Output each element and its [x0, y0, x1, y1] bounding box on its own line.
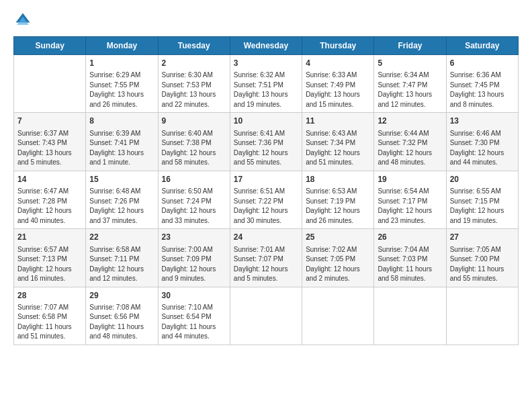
calendar-cell [230, 287, 302, 345]
day-number: 21 [17, 232, 82, 243]
cell-content: Sunrise: 6:41 AMSunset: 7:36 PMDaylight:… [234, 129, 298, 168]
calendar-cell: 29Sunrise: 7:08 AMSunset: 6:56 PMDayligh… [86, 287, 158, 345]
calendar-cell: 5Sunrise: 6:34 AMSunset: 7:47 PMDaylight… [374, 55, 446, 113]
cell-content: Sunrise: 7:08 AMSunset: 6:56 PMDaylight:… [89, 303, 154, 342]
cell-content: Sunrise: 6:55 AMSunset: 7:15 PMDaylight:… [450, 187, 515, 226]
calendar-cell: 2Sunrise: 6:30 AMSunset: 7:53 PMDaylight… [158, 55, 230, 113]
day-number: 8 [89, 116, 154, 127]
cell-content: Sunrise: 6:53 AMSunset: 7:19 PMDaylight:… [306, 187, 370, 226]
calendar-cell: 7Sunrise: 6:37 AMSunset: 7:43 PMDaylight… [14, 113, 86, 171]
calendar-cell: 4Sunrise: 6:33 AMSunset: 7:49 PMDaylight… [302, 55, 374, 113]
calendar-cell: 13Sunrise: 6:46 AMSunset: 7:30 PMDayligh… [446, 113, 518, 171]
day-number: 24 [234, 232, 298, 243]
day-number: 2 [162, 58, 226, 69]
header-saturday: Saturday [446, 37, 518, 55]
logo-icon [13, 11, 32, 30]
week-row-2: 7Sunrise: 6:37 AMSunset: 7:43 PMDaylight… [14, 113, 519, 171]
week-row-3: 14Sunrise: 6:47 AMSunset: 7:28 PMDayligh… [14, 171, 519, 228]
cell-content: Sunrise: 6:44 AMSunset: 7:32 PMDaylight:… [378, 129, 442, 168]
calendar-cell: 10Sunrise: 6:41 AMSunset: 7:36 PMDayligh… [230, 113, 302, 171]
calendar-cell [374, 287, 446, 345]
calendar-cell: 12Sunrise: 6:44 AMSunset: 7:32 PMDayligh… [374, 113, 446, 171]
calendar-cell: 21Sunrise: 6:57 AMSunset: 7:13 PMDayligh… [14, 229, 86, 287]
day-number: 10 [234, 116, 298, 127]
day-number: 6 [450, 58, 515, 69]
calendar-cell: 30Sunrise: 7:10 AMSunset: 6:54 PMDayligh… [158, 287, 230, 345]
cell-content: Sunrise: 7:10 AMSunset: 6:54 PMDaylight:… [162, 303, 226, 342]
cell-content: Sunrise: 6:58 AMSunset: 7:11 PMDaylight:… [89, 245, 154, 284]
calendar-cell: 22Sunrise: 6:58 AMSunset: 7:11 PMDayligh… [86, 229, 158, 287]
calendar-cell: 11Sunrise: 6:43 AMSunset: 7:34 PMDayligh… [302, 113, 374, 171]
header-thursday: Thursday [302, 37, 374, 55]
page-header [13, 11, 519, 30]
cell-content: Sunrise: 6:51 AMSunset: 7:22 PMDaylight:… [234, 187, 298, 226]
cell-content: Sunrise: 7:07 AMSunset: 6:58 PMDaylight:… [17, 303, 82, 342]
calendar-cell: 3Sunrise: 6:32 AMSunset: 7:51 PMDaylight… [230, 55, 302, 113]
day-number: 20 [450, 174, 515, 185]
day-number: 25 [306, 232, 370, 243]
logo [13, 11, 35, 30]
calendar-cell: 15Sunrise: 6:48 AMSunset: 7:26 PMDayligh… [86, 171, 158, 228]
cell-content: Sunrise: 6:47 AMSunset: 7:28 PMDaylight:… [17, 187, 82, 226]
day-number: 5 [378, 58, 442, 69]
cell-content: Sunrise: 6:30 AMSunset: 7:53 PMDaylight:… [162, 71, 226, 109]
header-friday: Friday [374, 37, 446, 55]
cell-content: Sunrise: 6:54 AMSunset: 7:17 PMDaylight:… [378, 187, 442, 226]
cell-content: Sunrise: 6:40 AMSunset: 7:38 PMDaylight:… [162, 129, 226, 168]
cell-content: Sunrise: 6:32 AMSunset: 7:51 PMDaylight:… [234, 71, 298, 109]
cell-content: Sunrise: 6:34 AMSunset: 7:47 PMDaylight:… [378, 71, 442, 109]
calendar-cell: 26Sunrise: 7:04 AMSunset: 7:03 PMDayligh… [374, 229, 446, 287]
day-number: 28 [17, 290, 82, 302]
day-number: 13 [450, 116, 515, 127]
day-number: 29 [89, 290, 154, 302]
cell-content: Sunrise: 6:50 AMSunset: 7:24 PMDaylight:… [162, 187, 226, 226]
day-number: 15 [89, 174, 154, 185]
calendar-cell: 1Sunrise: 6:29 AMSunset: 7:55 PMDaylight… [86, 55, 158, 113]
calendar-cell: 23Sunrise: 7:00 AMSunset: 7:09 PMDayligh… [158, 229, 230, 287]
header-monday: Monday [86, 37, 158, 55]
calendar-cell: 6Sunrise: 6:36 AMSunset: 7:45 PMDaylight… [446, 55, 518, 113]
calendar-cell: 25Sunrise: 7:02 AMSunset: 7:05 PMDayligh… [302, 229, 374, 287]
calendar-cell: 18Sunrise: 6:53 AMSunset: 7:19 PMDayligh… [302, 171, 374, 228]
calendar-cell [446, 287, 518, 345]
day-number: 4 [306, 58, 370, 69]
cell-content: Sunrise: 6:37 AMSunset: 7:43 PMDaylight:… [17, 129, 82, 168]
calendar-table: SundayMondayTuesdayWednesdayThursdayFrid… [13, 36, 519, 345]
cell-content: Sunrise: 6:29 AMSunset: 7:55 PMDaylight:… [89, 71, 154, 109]
calendar-cell [302, 287, 374, 345]
calendar-cell: 14Sunrise: 6:47 AMSunset: 7:28 PMDayligh… [14, 171, 86, 228]
day-number: 14 [17, 174, 82, 185]
day-number: 26 [378, 232, 442, 243]
cell-content: Sunrise: 6:39 AMSunset: 7:41 PMDaylight:… [89, 129, 154, 168]
cell-content: Sunrise: 6:48 AMSunset: 7:26 PMDaylight:… [89, 187, 154, 226]
calendar-cell: 20Sunrise: 6:55 AMSunset: 7:15 PMDayligh… [446, 171, 518, 228]
day-number: 16 [162, 174, 226, 185]
day-number: 12 [378, 116, 442, 127]
calendar-cell: 27Sunrise: 7:05 AMSunset: 7:00 PMDayligh… [446, 229, 518, 287]
calendar-cell [14, 55, 86, 113]
cell-content: Sunrise: 6:43 AMSunset: 7:34 PMDaylight:… [306, 129, 370, 168]
header-wednesday: Wednesday [230, 37, 302, 55]
cell-content: Sunrise: 6:33 AMSunset: 7:49 PMDaylight:… [306, 71, 370, 109]
header-sunday: Sunday [14, 37, 86, 55]
day-number: 7 [17, 116, 82, 127]
cell-content: Sunrise: 7:00 AMSunset: 7:09 PMDaylight:… [162, 245, 226, 284]
cell-content: Sunrise: 7:04 AMSunset: 7:03 PMDaylight:… [378, 245, 442, 284]
day-number: 27 [450, 232, 515, 243]
week-row-1: 1Sunrise: 6:29 AMSunset: 7:55 PMDaylight… [14, 55, 519, 113]
day-number: 11 [306, 116, 370, 127]
cell-content: Sunrise: 6:46 AMSunset: 7:30 PMDaylight:… [450, 129, 515, 168]
day-number: 23 [162, 232, 226, 243]
calendar-cell: 17Sunrise: 6:51 AMSunset: 7:22 PMDayligh… [230, 171, 302, 228]
calendar-cell: 9Sunrise: 6:40 AMSunset: 7:38 PMDaylight… [158, 113, 230, 171]
day-number: 30 [162, 290, 226, 302]
day-number: 19 [378, 174, 442, 185]
calendar-cell: 24Sunrise: 7:01 AMSunset: 7:07 PMDayligh… [230, 229, 302, 287]
day-number: 1 [89, 58, 154, 69]
calendar-cell: 16Sunrise: 6:50 AMSunset: 7:24 PMDayligh… [158, 171, 230, 228]
cell-content: Sunrise: 7:02 AMSunset: 7:05 PMDaylight:… [306, 245, 370, 284]
calendar-cell: 8Sunrise: 6:39 AMSunset: 7:41 PMDaylight… [86, 113, 158, 171]
day-number: 22 [89, 232, 154, 243]
calendar-header-row: SundayMondayTuesdayWednesdayThursdayFrid… [14, 37, 519, 55]
cell-content: Sunrise: 6:36 AMSunset: 7:45 PMDaylight:… [450, 71, 515, 109]
